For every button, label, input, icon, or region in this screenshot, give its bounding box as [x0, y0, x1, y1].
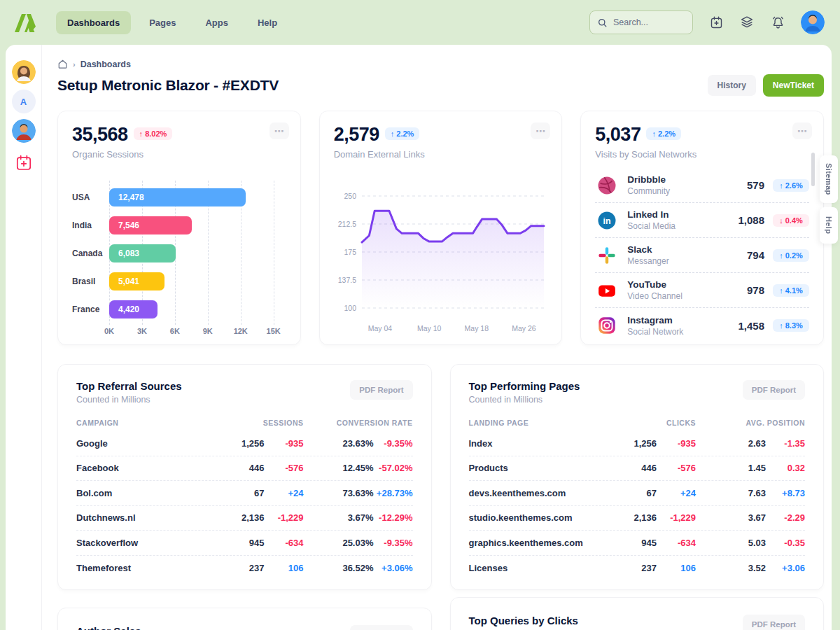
line-chart-svg: 250212.5175137.5100May 04May 10May 18May…	[334, 188, 547, 336]
trend-badge: ↑ 2.6%	[773, 179, 809, 192]
tab-help[interactable]: Help	[820, 207, 838, 244]
cell-delta: -634	[265, 538, 304, 548]
cell-value: 3.67%	[322, 512, 374, 523]
card-title: Top Queries by Clicks	[469, 615, 578, 626]
top-queries-card: Top Queries by Clicks PDF Report	[450, 597, 825, 630]
cell-value: 73.63%	[322, 488, 374, 498]
cell-delta: -576	[265, 463, 304, 473]
top-performing-pages-card: Top Performing Pages Counted in Millions…	[450, 364, 825, 590]
instagram-icon	[595, 314, 619, 337]
trend-badge: ↑ 0.2%	[773, 249, 809, 262]
bar-value-label: 7,546	[109, 220, 139, 230]
nav-item-apps[interactable]: Apps	[194, 11, 239, 34]
pdf-report-button[interactable]: PDF Report	[743, 615, 805, 630]
cell-value: 12.45%	[322, 463, 374, 473]
stat-label: Organic Sessions	[72, 149, 286, 160]
svg-text:137.5: 137.5	[337, 276, 356, 284]
organic-bar-chart: USA12,478India7,546Canada6,083Brasil5,04…	[72, 183, 286, 339]
user-avatar[interactable]	[801, 10, 825, 34]
domain-line-chart: 250212.5175137.5100May 04May 10May 18May…	[334, 188, 548, 339]
list-item: YouTube Video Channel 978 ↑ 4.1%	[595, 273, 809, 308]
main-shell: A › Dashboards	[6, 45, 832, 630]
domain-links-card: 2,579↑ 2.2% Domain External Links ⋯ 2502…	[319, 111, 563, 345]
nav-item-help[interactable]: Help	[246, 11, 288, 34]
card-menu-button[interactable]: ⋯	[531, 122, 550, 139]
tab-sitemap-label: Sitemap	[825, 163, 833, 195]
bar-row: Canada6,083	[72, 239, 286, 267]
cell-value: 67	[221, 488, 265, 498]
svg-text:175: 175	[344, 248, 356, 256]
sidebar-avatar-initial[interactable]: A	[12, 90, 36, 113]
cell-delta: 106	[657, 563, 696, 573]
cell-value: 945	[221, 538, 265, 548]
youtube-icon	[595, 279, 619, 302]
card-menu-button[interactable]: ⋯	[270, 122, 289, 139]
svg-text:May 10: May 10	[417, 324, 442, 332]
svg-text:May 18: May 18	[464, 324, 489, 332]
card-title: Top Performing Pages	[469, 380, 580, 392]
top-header: Dashboards Pages Apps Help	[0, 0, 840, 45]
cell-delta: -57.02%	[374, 463, 413, 473]
column-header: Landing Page	[469, 419, 614, 427]
column-header: Sessions	[221, 419, 304, 427]
bar-category-label: India	[72, 220, 109, 230]
cell-value: 3.52	[714, 563, 766, 573]
cell-value: 5.03	[714, 538, 766, 548]
nav-item-pages[interactable]: Pages	[138, 11, 187, 34]
metronic-logo[interactable]	[13, 12, 39, 33]
social-category: Community	[627, 186, 670, 196]
bar-row: India7,546	[72, 211, 286, 239]
row-name: Licenses	[469, 563, 614, 573]
nav-item-dashboards[interactable]: Dashboards	[56, 11, 131, 34]
stat-value: 2,579	[334, 124, 379, 145]
trend-badge: ↑ 4.1%	[773, 284, 809, 297]
axis-tick-label: 0K	[104, 327, 114, 335]
table-row: Stackoverflow945-63425.03%-9.35%	[76, 531, 413, 556]
cell-delta: -12.29%	[374, 512, 413, 523]
scrollbar-thumb[interactable]	[811, 153, 815, 186]
cell-value: 2,136	[221, 512, 265, 523]
table-row: Bol.com67+2473.63%+28.73%	[76, 481, 413, 506]
layers-icon[interactable]	[739, 15, 755, 30]
table-header: Campaign Sessions Conversion Rate	[76, 419, 413, 427]
card-menu-button[interactable]: ⋯	[792, 122, 812, 139]
social-visits-card: 5,037↑ 2.2% Visits by Social Networks ⋯	[580, 111, 824, 345]
search-field[interactable]	[613, 18, 685, 27]
pdf-report-button[interactable]: PDF Report	[350, 625, 412, 630]
cell-delta: -0.35	[766, 538, 805, 548]
social-name: Instagram	[627, 315, 683, 326]
trend-badge: ↑ 8.3%	[773, 319, 809, 332]
svg-text:in: in	[603, 216, 611, 226]
search-input[interactable]	[589, 10, 693, 34]
bar-category-label: USA	[72, 192, 109, 202]
sidebar-avatar-2[interactable]	[12, 119, 36, 143]
breadcrumb-item[interactable]: Dashboards	[80, 59, 131, 69]
history-button[interactable]: History	[708, 75, 756, 96]
column-header: Conversion Rate	[322, 419, 413, 427]
column-header: Clicks	[613, 419, 696, 427]
pdf-report-button[interactable]: PDF Report	[743, 380, 805, 400]
trend-badge: ↑ 2.2%	[385, 127, 420, 140]
home-icon[interactable]	[57, 59, 68, 69]
tab-sitemap[interactable]: Sitemap	[820, 155, 838, 203]
notifications-bell-icon[interactable]	[770, 15, 785, 30]
search-icon	[597, 18, 608, 28]
bar-value-label: 6,083	[109, 248, 139, 258]
cell-delta: -1,229	[657, 512, 696, 523]
table-row: Dutchnews.nl2,136-1,2293.67%-12.29%	[76, 506, 413, 531]
sidebar-add-event-button[interactable]	[12, 151, 36, 175]
calendar-add-icon[interactable]	[708, 15, 724, 30]
row-name: devs.keenthemes.com	[469, 488, 614, 498]
table-row: Facebook446-57612.45%-57.02%	[76, 456, 413, 482]
pdf-report-button[interactable]: PDF Report	[350, 380, 412, 400]
cell-delta: -935	[265, 438, 304, 449]
cell-value: 36.52%	[322, 563, 374, 573]
bar-category-label: Canada	[72, 248, 109, 258]
cell-delta: +3.06%	[374, 563, 413, 573]
sidebar-avatar-1[interactable]	[12, 60, 36, 84]
bar-value-label: 12,478	[109, 192, 144, 202]
new-ticket-button[interactable]: NewTicket	[763, 74, 824, 97]
row-name: Index	[469, 438, 614, 449]
social-category: Social Network	[627, 327, 683, 337]
bar-category-label: France	[72, 304, 109, 314]
